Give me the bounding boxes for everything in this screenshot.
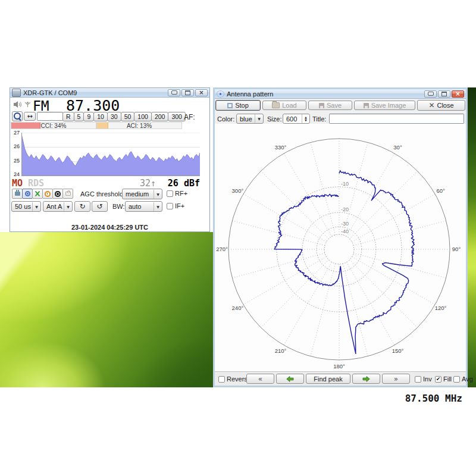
scheduler-button[interactable]	[42, 189, 53, 199]
monitor-button[interactable]	[52, 189, 63, 199]
if-checkbox-label: IF+	[175, 202, 184, 209]
polar-angle-label: 270°	[216, 246, 228, 252]
signal-graph	[21, 133, 200, 176]
rotate-ccw-button[interactable]: ↺	[92, 201, 108, 212]
if-checkbox[interactable]: IF+	[167, 202, 184, 209]
magnifier-icon	[13, 112, 22, 121]
minimize-button[interactable]	[424, 90, 437, 98]
deemphasis-dropdown[interactable]: 50 us ▼	[11, 201, 41, 212]
color-label: Color:	[217, 115, 234, 123]
floppy-icon	[364, 103, 369, 108]
rotate-cw-button[interactable]: ↻	[74, 201, 90, 212]
cci-progressbar: CCI: 34%	[11, 122, 96, 129]
step-toggle-button[interactable]: ↔	[24, 112, 36, 121]
maximize-button[interactable]	[181, 89, 194, 96]
rotate-left-button[interactable]	[276, 374, 304, 384]
save-button[interactable]: Save	[308, 101, 352, 110]
close-button[interactable]: ×	[452, 90, 464, 98]
maximize-icon	[185, 90, 190, 95]
jump-forward-button[interactable]: »	[382, 374, 410, 384]
agc-value: medium	[123, 190, 154, 198]
close-button[interactable]: ×	[195, 89, 208, 96]
reverse-checkbox-box	[218, 376, 225, 383]
rf-checkbox-label: RF+	[175, 190, 187, 197]
ytick-25: 25	[11, 158, 20, 164]
antenna-value: Ant A	[43, 203, 64, 210]
bw-dropdown[interactable]: auto ▼	[125, 201, 162, 212]
if-checkbox-box	[167, 203, 173, 209]
connect-button[interactable]	[12, 189, 23, 199]
step-button-5[interactable]: 5	[74, 112, 84, 121]
polar-angle-label: 210°	[275, 347, 287, 354]
frequency-input[interactable]	[37, 112, 63, 121]
stop-button[interactable]: Stop	[215, 100, 261, 111]
polar-angle-label: 120°	[435, 305, 447, 311]
step-button-50[interactable]: 50	[121, 112, 135, 121]
rotate-right-button[interactable]	[352, 374, 380, 384]
avg-checkbox-box	[453, 376, 460, 383]
aci-label: ACI: 13%	[97, 123, 181, 129]
polar-angle-label: 30°	[393, 144, 402, 151]
bag-icon	[65, 192, 71, 196]
find-peak-button[interactable]: Find peak	[306, 374, 350, 384]
fill-checkbox[interactable]: ✔ Fill	[435, 375, 452, 383]
polar-radial-label: -40	[341, 228, 349, 234]
jump-back-button[interactable]: «	[246, 374, 274, 384]
close-pattern-button[interactable]: ✕ Close	[417, 100, 465, 111]
color-dropdown[interactable]: blue ▼	[236, 114, 264, 124]
mono-indicator: MO	[12, 178, 23, 189]
xdr-titlebar[interactable]: XDR-GTK / COM9 ×	[10, 88, 209, 98]
scan-search-button[interactable]	[12, 111, 23, 121]
minimize-button[interactable]	[168, 89, 180, 96]
size-spinner[interactable]: 600 ▲ ▼	[283, 114, 310, 124]
color-value: blue	[237, 115, 255, 123]
scan-mode-button[interactable]	[22, 189, 33, 199]
inv-checkbox-box	[415, 376, 421, 383]
polar-angle-label: 150°	[392, 347, 404, 354]
pattern-bottombar: Reverse « Find peak » Inv ✔	[215, 371, 466, 386]
eye-icon	[55, 191, 61, 197]
close-pattern-button-label: Close	[437, 102, 453, 109]
save-image-button[interactable]: Save Image	[354, 101, 415, 110]
step-button-9[interactable]: 9	[83, 112, 94, 121]
chevron-down-icon: ▼	[154, 190, 162, 199]
cut-audio-button[interactable]	[32, 189, 43, 199]
step-button-300[interactable]: 300	[168, 112, 186, 121]
maximize-button[interactable]	[438, 90, 450, 98]
save-button-label: Save	[327, 102, 342, 109]
polar-ring	[324, 234, 354, 264]
polar-spoke	[353, 253, 446, 278]
polar-radial-label: -20	[341, 206, 349, 212]
signal-level: 26 dBf	[168, 178, 200, 189]
antenna-titlebar[interactable]: Antenna pattern ×	[215, 89, 466, 99]
close-icon: ×	[455, 91, 460, 97]
step-button-30[interactable]: 30	[107, 112, 121, 121]
spinner-arrows[interactable]: ▲ ▼	[302, 114, 309, 123]
save-image-button-label: Save Image	[371, 102, 406, 109]
title-input[interactable]	[329, 114, 464, 124]
rf-checkbox-box	[167, 190, 173, 197]
antenna-window-controls: ×	[424, 90, 464, 98]
step-button-200[interactable]: 200	[151, 112, 169, 121]
step-button-100[interactable]: 100	[134, 112, 152, 121]
rds-indicator: RDS	[28, 178, 44, 189]
size-value: 600	[283, 114, 302, 123]
spin-down-icon[interactable]: ▼	[305, 119, 307, 122]
load-button-label: Load	[282, 102, 296, 109]
polar-radial-label: -10	[341, 181, 349, 187]
agc-dropdown[interactable]: medium ▼	[122, 189, 162, 199]
inv-checkbox[interactable]: Inv	[415, 375, 432, 383]
fill-checkbox-label: Fill	[443, 375, 452, 383]
green-right-arrow-icon	[362, 376, 370, 382]
rf-checkbox[interactable]: RF+	[167, 190, 187, 197]
polar-spoke	[243, 256, 326, 305]
record-button[interactable]	[62, 189, 73, 199]
folder-icon	[272, 102, 280, 108]
antenna-dropdown[interactable]: Ant A ▼	[43, 201, 73, 212]
load-button[interactable]: Load	[262, 101, 306, 110]
step-button-r[interactable]: R	[62, 112, 74, 121]
polar-angle-label: 60°	[436, 187, 445, 194]
avg-checkbox[interactable]: Avg	[453, 375, 473, 383]
step-button-10[interactable]: 10	[93, 112, 108, 121]
speaker-icon[interactable]	[13, 101, 22, 108]
